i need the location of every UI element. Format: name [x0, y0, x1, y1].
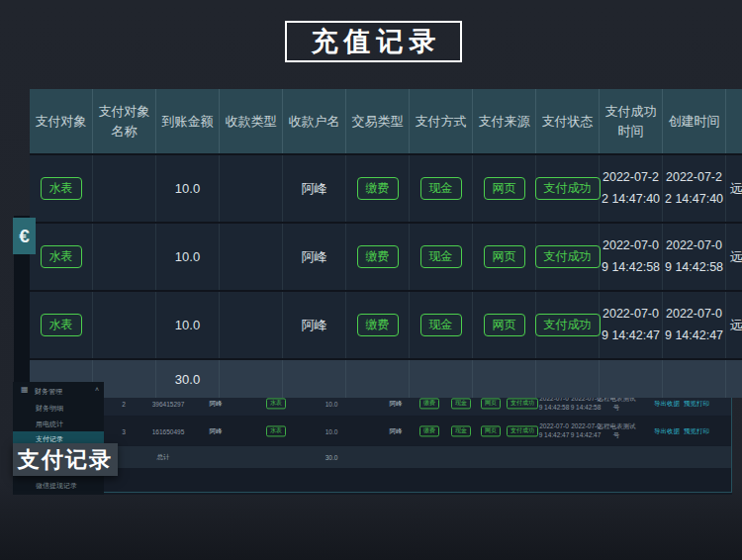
pay-target-name [93, 292, 156, 358]
row-index: 2 [122, 400, 126, 407]
pay-method-tag: 现金 [451, 398, 471, 409]
page-title: 充值记录 [285, 21, 462, 62]
sidebar-item-power-stats[interactable]: 用电统计 [13, 417, 104, 431]
trade-type-tag: 缴费 [346, 155, 410, 222]
sidebar-menu: ▦ 财务管理 ˄ 财务明细 用电统计 支付记录 微信提现记录 [13, 382, 104, 495]
header-success-time: 支付成功时间 [600, 89, 663, 153]
pay-target-tag: 水表 [30, 292, 93, 358]
grid-menu-icon: ▦ [21, 385, 29, 394]
header-pay-method: 支付方式 [410, 89, 473, 153]
payment-records-callout: 支付记录 [13, 443, 118, 476]
success-time: 2022-07-09 14:42:47 [538, 421, 571, 441]
meter-tag: 水表 [266, 425, 286, 436]
recharge-table: 支付对象 支付对象名称 到账金额 收款类型 收款户名 交易类型 支付方式 支付来… [30, 89, 742, 398]
project-name: 远程电表测试号 [596, 421, 637, 441]
total-amount: 30.0 [156, 360, 220, 398]
table-row: 水表 10.0 阿峰 缴费 现金 网页 支付成功 2022-07-09 14:4… [30, 290, 742, 358]
account-name: 阿峰 [390, 399, 403, 408]
total-label: 总计 [157, 453, 170, 462]
amount: 10.0 [156, 292, 220, 358]
header-account-name: 收款户名 [283, 89, 346, 153]
menu-group-label: 财务管理 [35, 387, 62, 397]
header-pay-source: 支付来源 [473, 89, 536, 153]
receive-type [220, 155, 283, 222]
success-time: 2022-07-09 14:42:58 [600, 224, 663, 290]
header-project [726, 89, 742, 153]
header-pay-target-name: 支付对象名称 [93, 89, 156, 153]
pay-status-tag: 支付成功 [536, 292, 600, 358]
amount: 10.0 [325, 427, 338, 434]
trade-type-tag: 缴费 [419, 398, 439, 409]
pay-target-name [93, 224, 156, 290]
pay-source-tag: 网页 [473, 292, 536, 358]
create-time: 2022-07-22 14:47:40 [663, 155, 726, 222]
pay-status-tag: 支付成功 [536, 224, 600, 290]
preview-print-link[interactable]: 预览打印 [684, 426, 709, 435]
table-row: 水表 10.0 阿峰 缴费 现金 网页 支付成功 2022-07-22 14:4… [30, 153, 742, 222]
pay-source-tag: 网页 [481, 398, 501, 409]
export-receipt-link[interactable]: 导出收据 [654, 426, 680, 435]
account-name: 阿峰 [283, 155, 346, 222]
euro-logo-icon: € [19, 226, 30, 247]
menu-group-finance[interactable]: ▦ 财务管理 ˄ [13, 384, 104, 398]
pay-status-tag: 支付成功 [536, 155, 600, 222]
create-time: 2022-07-09 14:42:58 [663, 224, 726, 290]
pay-method-tag: 现金 [410, 224, 473, 290]
project-name: 远程电表测试号 [726, 224, 742, 290]
account-name: 阿峰 [283, 292, 346, 358]
header-pay-target: 支付对象 [30, 89, 93, 153]
header-amount: 到账金额 [156, 89, 220, 153]
table-row: 水表 10.0 阿峰 缴费 现金 网页 支付成功 2022-07-09 14:4… [30, 222, 742, 290]
header-pay-status: 支付状态 [536, 89, 600, 153]
serial-number: 396415297 [152, 400, 185, 407]
pay-source-tag: 网页 [481, 425, 501, 436]
pay-source-tag: 网页 [473, 155, 536, 222]
sidebar-item-finance-detail[interactable]: 财务明细 [13, 401, 104, 416]
pay-status-tag: 支付成功 [507, 398, 538, 409]
create-time: 2022-07-09 14:42:47 [663, 292, 726, 358]
total-row: 总计 30.0 [103, 446, 731, 468]
total-row: 30.0 [30, 358, 742, 398]
sidebar-item-wechat-withdraw[interactable]: 微信提现记录 [13, 478, 104, 493]
header-trade-type: 交易类型 [346, 89, 410, 153]
payer-name: 阿峰 [210, 426, 223, 435]
amount: 10.0 [156, 155, 220, 222]
app-logo: € [13, 218, 36, 254]
payer-name: 阿峰 [210, 399, 223, 408]
pay-method-tag: 现金 [410, 292, 473, 358]
pay-method-tag: 现金 [410, 155, 473, 222]
amount: 10.0 [325, 400, 338, 407]
project-name: 远程电表测试号 [726, 292, 742, 358]
account-name: 阿峰 [283, 224, 346, 290]
trade-type-tag: 缴费 [346, 224, 410, 290]
success-time: 2022-07-09 14:42:47 [600, 292, 663, 358]
pay-target-tag: 水表 [30, 155, 93, 222]
total-amount: 30.0 [325, 454, 338, 461]
serial-number: 161650495 [152, 427, 185, 434]
trade-type-tag: 缴费 [346, 292, 410, 358]
page: 2 396415297 阿峰 水表 10.0 阿峰 缴费 现金 网页 支付成功 … [0, 0, 742, 560]
preview-print-link[interactable]: 预览打印 [684, 399, 709, 408]
pay-target-tag: 水表 [30, 224, 93, 290]
pay-source-tag: 网页 [473, 224, 536, 290]
receive-type [220, 292, 283, 358]
receive-type [220, 224, 283, 290]
pay-target-name [93, 155, 156, 222]
table-row: 3 161650495 阿峰 水表 10.0 阿峰 缴费 现金 网页 支付成功 … [103, 417, 731, 445]
row-index: 3 [122, 427, 126, 434]
success-time: 2022-07-22 14:47:40 [600, 155, 663, 222]
trade-type-tag: 缴费 [419, 425, 439, 436]
export-receipt-link[interactable]: 导出收据 [654, 399, 680, 408]
pay-method-tag: 现金 [451, 425, 471, 436]
meter-tag: 水表 [266, 398, 286, 409]
table-header-row: 支付对象 支付对象名称 到账金额 收款类型 收款户名 交易类型 支付方式 支付来… [30, 89, 742, 153]
account-name: 阿峰 [390, 426, 403, 435]
project-name: 远程电表测试号 [726, 155, 742, 222]
header-create-time: 创建时间 [663, 89, 726, 153]
header-receive-type: 收款类型 [220, 89, 283, 153]
amount: 10.0 [156, 224, 220, 290]
chevron-up-icon: ˄ [95, 386, 99, 393]
pay-status-tag: 支付成功 [507, 425, 538, 436]
